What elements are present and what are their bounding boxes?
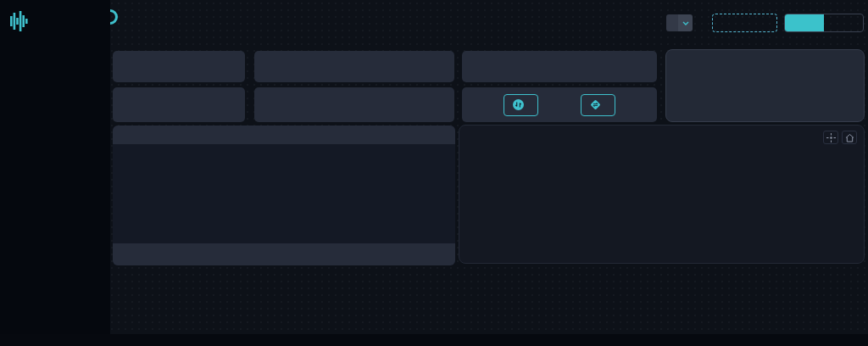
- brand-logo: [10, 10, 110, 32]
- markets-available-card: [113, 51, 245, 82]
- table-footer: [113, 243, 455, 265]
- actions-card: [462, 87, 657, 122]
- toggle-active[interactable]: [785, 14, 824, 31]
- supply-liquidity-button[interactable]: [581, 94, 615, 116]
- logo-bars-icon: [10, 10, 31, 32]
- selected-market-card: [462, 51, 657, 82]
- available-card: [113, 87, 245, 122]
- bottom-strip: [0, 334, 868, 346]
- markets-table: [113, 126, 455, 265]
- table-body: [113, 144, 455, 243]
- table-header: [113, 126, 455, 144]
- active-settled-toggle: [784, 14, 864, 32]
- chart-plot[interactable]: [470, 148, 836, 244]
- sidebar: [0, 0, 110, 334]
- trade-circle-icon: [513, 99, 524, 110]
- price-history-card: [459, 125, 865, 264]
- currency-select[interactable]: [666, 14, 693, 31]
- annual-yield-card: [254, 87, 454, 122]
- connect-wallet-button[interactable]: [712, 14, 777, 32]
- market-coin-icon: [110, 9, 121, 26]
- apy-summary-card: [665, 49, 865, 122]
- currency-value: [666, 14, 678, 31]
- chevron-down-icon[interactable]: [678, 14, 693, 31]
- toggle-settled[interactable]: [824, 14, 863, 31]
- tvl-card: [254, 51, 454, 82]
- chart-modebar: [823, 131, 857, 144]
- home-reset-icon[interactable]: [842, 131, 857, 144]
- trade-now-button[interactable]: [504, 94, 538, 116]
- crosshair-icon[interactable]: [823, 131, 838, 144]
- liquidity-diamond-icon: [590, 99, 601, 110]
